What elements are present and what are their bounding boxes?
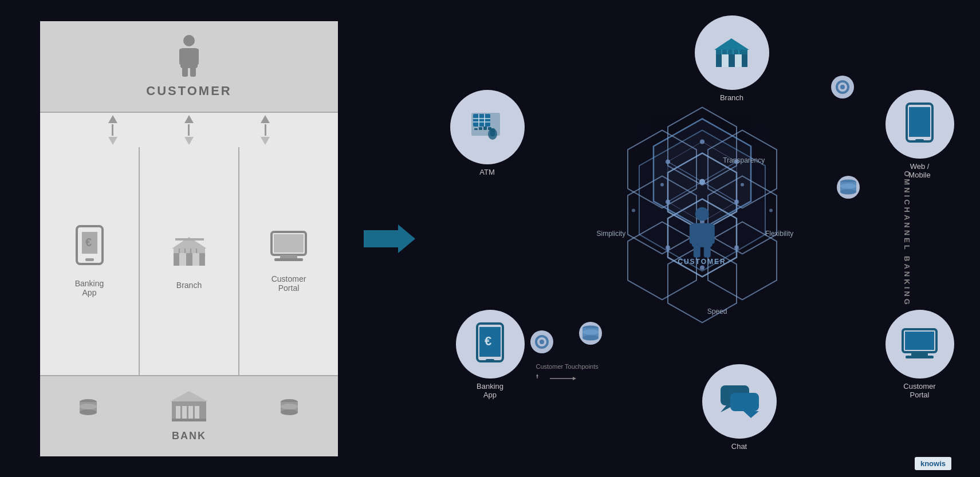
atm-bubble-icon	[450, 90, 525, 164]
svg-point-0	[183, 35, 195, 46]
svg-rect-15	[174, 249, 205, 253]
svg-point-120	[840, 85, 845, 89]
svg-rect-34	[172, 419, 206, 421]
svg-rect-112	[905, 332, 934, 350]
svg-rect-93	[473, 114, 490, 127]
svg-point-61	[660, 183, 664, 186]
db-icon-2	[280, 399, 300, 418]
svg-rect-117	[730, 393, 759, 411]
ring-icon-2	[530, 330, 553, 353]
svg-rect-23	[274, 258, 303, 261]
svg-point-66	[632, 208, 635, 212]
chat-bubble-icon	[702, 364, 777, 439]
svg-rect-110	[486, 359, 494, 362]
left-section: MULTICHANNEL BANKING CUSTOMER	[0, 0, 355, 477]
value-flexibility: Flexibility	[765, 230, 793, 238]
svg-rect-81	[693, 246, 700, 257]
banking-app-icon: €	[74, 225, 105, 274]
arrow-line-3	[265, 124, 266, 136]
svg-rect-87	[716, 50, 747, 54]
svg-point-37	[281, 409, 298, 415]
channel-banking-app: € BankingApp	[40, 147, 140, 375]
svg-rect-79	[689, 224, 696, 243]
svg-marker-134	[573, 377, 576, 380]
arrow-down-3	[261, 137, 270, 145]
arrow-line-2	[188, 124, 190, 136]
svg-point-27	[80, 404, 97, 409]
chat-bubble-label: Chat	[731, 442, 747, 451]
svg-rect-14	[175, 238, 204, 241]
svg-rect-113	[911, 352, 928, 356]
svg-rect-106	[915, 139, 924, 142]
value-simplicity: Simplicity	[597, 230, 626, 238]
svg-rect-82	[703, 246, 710, 257]
svg-rect-80	[707, 224, 714, 243]
bank-row: BANK	[40, 376, 338, 456]
touchpoints-container: Customer Touchpoints	[536, 362, 599, 383]
svg-marker-132	[536, 374, 538, 376]
svg-point-65	[769, 208, 773, 212]
svg-rect-9	[85, 258, 94, 261]
ring-icon-1	[831, 76, 854, 98]
branch-bubble-label: Branch	[720, 93, 743, 102]
center-customer: CUSTOMER	[678, 206, 726, 265]
arrow-pair-2	[184, 115, 194, 145]
arrows-row	[40, 113, 338, 147]
portal-bubble-label: CustomerPortal	[903, 382, 935, 399]
svg-rect-114	[906, 356, 934, 358]
svg-rect-4	[182, 67, 188, 77]
channel-portal: CustomerPortal	[239, 147, 338, 375]
portal-bubble-icon	[885, 310, 954, 379]
omni-diagram: Transparency Simplicity Flexibility Spee…	[439, 10, 966, 468]
arrow-line-1	[112, 124, 113, 136]
arrow-pair-3	[261, 115, 270, 145]
arrow-down-2	[184, 137, 194, 145]
svg-point-38	[281, 404, 298, 409]
main-container: MULTICHANNEL BANKING CUSTOMER	[0, 0, 980, 477]
svg-point-63	[734, 245, 739, 250]
svg-point-77	[695, 207, 709, 220]
bubble-atm: ATM	[450, 90, 525, 176]
branch-label: Branch	[176, 281, 202, 290]
svg-rect-21	[274, 234, 304, 253]
svg-rect-95	[479, 127, 482, 130]
value-transparency: Transparency	[723, 156, 765, 164]
svg-point-26	[80, 409, 97, 415]
web-bubble-icon	[885, 90, 954, 159]
svg-rect-22	[280, 255, 297, 258]
bubble-branch: Branch	[695, 15, 769, 102]
portal-icon	[269, 229, 309, 270]
customer-row: CUSTOMER	[40, 21, 338, 113]
svg-marker-29	[170, 391, 208, 401]
bubble-web: Web /Mobile	[885, 90, 954, 179]
bank-label: BANK	[172, 430, 206, 442]
banking-app-bubble-icon: €	[456, 310, 525, 379]
touchpoints-arrow-row	[536, 374, 599, 383]
svg-rect-96	[483, 127, 487, 130]
svg-point-64	[666, 245, 670, 250]
transition-arrow	[361, 222, 418, 256]
svg-marker-118	[743, 411, 759, 418]
svg-point-60	[741, 183, 744, 186]
branch-bubble-icon	[695, 15, 769, 90]
svg-text:€: €	[85, 236, 92, 249]
svg-rect-105	[909, 107, 930, 137]
svg-rect-5	[190, 67, 196, 77]
value-speed: Speed	[707, 308, 727, 316]
touchpoints-label: Customer Touchpoints	[536, 362, 599, 371]
customer-label: CUSTOMER	[146, 84, 232, 98]
bubble-banking-app: € BankingApp	[456, 310, 525, 399]
svg-rect-103	[490, 128, 495, 136]
svg-point-124	[583, 329, 599, 334]
arrow-pair-1	[108, 115, 117, 145]
svg-rect-3	[193, 49, 199, 65]
right-section: OMNICHANNEL BANKING	[424, 0, 980, 477]
arrow-up-2	[184, 115, 194, 123]
bank-building-icon	[169, 390, 209, 427]
center-customer-label: CUSTOMER	[678, 257, 726, 265]
svg-point-130	[540, 340, 544, 344]
arrow-down-1	[108, 137, 117, 145]
banking-app-bubble-label: BankingApp	[477, 382, 503, 399]
db-icon-omni-1	[579, 322, 602, 345]
svg-marker-39	[364, 224, 415, 253]
